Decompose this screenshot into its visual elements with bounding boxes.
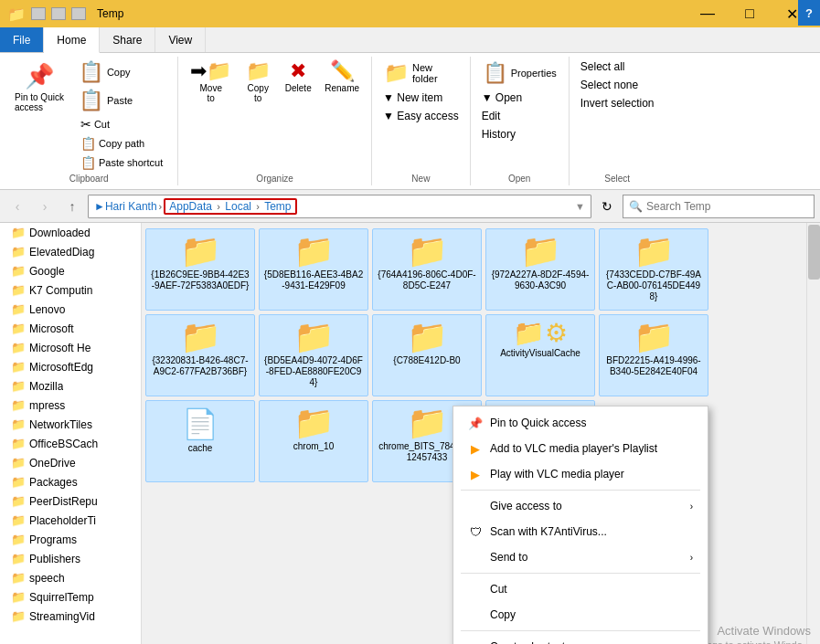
sidebar-item-lenovo[interactable]: 📁 Lenovo — [0, 300, 141, 319]
sidebar-item-mozilla[interactable]: 📁 Mozilla — [0, 376, 141, 396]
ctx-vlc-play[interactable]: ▶ Play with VLC media player — [453, 461, 708, 487]
new-folder-button[interactable]: 📁 Newfolder — [379, 58, 442, 88]
scroll-thumb[interactable] — [808, 225, 820, 280]
paste-button[interactable]: 📋 Paste — [73, 87, 170, 114]
sidebar-item-downloaded[interactable]: 📁 Downloaded — [0, 223, 141, 242]
sidebar-item-k7[interactable]: 📁 K7 Computin — [0, 280, 141, 300]
help-button[interactable]: ? — [798, 0, 820, 26]
ctx-vlc-playlist[interactable]: ▶ Add to VLC media player's Playlist — [453, 436, 708, 461]
sidebar-item-peerdistrepu[interactable]: 📁 PeerDistRepu — [0, 491, 141, 511]
sidebar-item-onedrive[interactable]: 📁 OneDrive — [0, 453, 141, 472]
sidebar-item-speech[interactable]: 📁 speech — [0, 568, 141, 587]
path-local[interactable]: Local — [225, 200, 251, 213]
back-button[interactable]: ‹ — [5, 195, 29, 218]
open-group: 📋 Properties ▼ Open Edit History Open — [471, 57, 570, 185]
pin-to-quick-access-button[interactable]: 📌 Pin to Quickaccess — [7, 58, 71, 116]
folder-icon: 📁 — [7, 5, 26, 23]
file-item-11[interactable]: 📁 chrom_10 — [259, 400, 368, 482]
folder-icon: 📁 — [11, 302, 26, 316]
move-to-button[interactable]: ➡📁 Moveto — [186, 58, 236, 106]
shortcut-icon — [468, 639, 483, 644]
forward-button[interactable]: › — [33, 195, 57, 218]
invert-selection-button[interactable]: Invert selection — [577, 95, 658, 111]
open-button[interactable]: ▼ Open — [478, 90, 527, 106]
tab-home[interactable]: Home — [44, 27, 100, 53]
sidebar-item-programs[interactable]: 📁 Programs — [0, 530, 141, 549]
file-item-10[interactable]: 📄 cache — [145, 400, 255, 482]
up-button[interactable]: ↑ — [60, 195, 84, 218]
file-item-0[interactable]: 📁 {1B26C9EE-9BB4-42E3-9AEF-72F5383A0EDF} — [145, 228, 255, 311]
rename-button[interactable]: ✏️ Rename — [320, 58, 364, 96]
file-item-4[interactable]: 📁 {7433CEDD-C7BF-49AC-AB00-076145DE4498} — [599, 228, 708, 311]
file-item-3[interactable]: 📁 {972A227A-8D2F-4594-9630-A3C90 — [485, 228, 595, 311]
properties-button[interactable]: 📋 Properties — [478, 58, 561, 88]
file-item-7[interactable]: 📁 {C788E412D-B0 — [372, 314, 482, 396]
sidebar-item-mpress[interactable]: 📁 mpress — [0, 396, 141, 415]
delete-button[interactable]: ✖ Delete — [280, 58, 316, 96]
sidebar-item-label: Packages — [29, 476, 78, 489]
path-appdata[interactable]: AppData — [169, 200, 212, 213]
sidebar-item-placeholder[interactable]: 📁 PlaceholderTi — [0, 511, 141, 530]
minimize-button[interactable]: — — [687, 0, 729, 27]
ctx-send-to[interactable]: Send to › — [453, 544, 708, 570]
refresh-button[interactable]: ↻ — [595, 195, 619, 218]
tab-share[interactable]: Share — [100, 27, 155, 52]
new-item-button[interactable]: ▼ New item — [379, 90, 446, 106]
paste-label: Paste — [107, 95, 133, 106]
sidebar-item-networktiles[interactable]: 📁 NetworkTiles — [0, 415, 141, 434]
sidebar-item-microsoftedge[interactable]: 📁 MicrosoftEdg — [0, 357, 141, 376]
search-box[interactable]: 🔍 — [623, 195, 815, 218]
ctx-copy[interactable]: Copy — [453, 602, 708, 628]
select-none-button[interactable]: Select none — [577, 77, 642, 93]
history-button[interactable]: History — [478, 126, 519, 143]
edit-button[interactable]: Edit — [478, 108, 505, 124]
address-path[interactable]: ► Hari Kanth › AppData › Local › Temp ▼ — [88, 195, 591, 218]
ctx-pin[interactable]: 📌 Pin to Quick access — [453, 410, 708, 436]
file-item-2[interactable]: 📁 {764A4196-806C-4D0F-8D5C-E247 — [372, 228, 482, 311]
vertical-scrollbar[interactable] — [806, 223, 820, 644]
sidebar-item-google[interactable]: 📁 Google — [0, 261, 141, 280]
file-item-8[interactable]: 📁⚙ ActivityVisualCache — [485, 314, 595, 396]
copy-to-button[interactable]: 📁 Copyto — [240, 58, 276, 106]
select-all-button[interactable]: Select all — [577, 58, 629, 75]
sidebar-item-microsoft-he[interactable]: 📁 Microsoft He — [0, 338, 141, 357]
tab-view[interactable]: View — [155, 27, 206, 52]
sidebar-item-streamingvid[interactable]: 📁 StreamingVid — [0, 607, 141, 626]
folder-icon: 📁 — [11, 494, 26, 508]
copy-path-button[interactable]: 📋Copy path — [77, 134, 166, 153]
ctx-scan[interactable]: 🛡 Scan with K7AntiVirus... — [453, 519, 708, 544]
maximize-button[interactable]: □ — [729, 0, 771, 27]
ctx-give-access[interactable]: Give access to › — [453, 493, 708, 519]
path-root[interactable]: ► — [94, 200, 105, 213]
path-temp[interactable]: Temp — [264, 200, 291, 213]
properties-icon: 📋 — [483, 61, 507, 85]
folder-icon: 📁 — [11, 379, 26, 393]
sidebar-item-packages[interactable]: 📁 Packages — [0, 472, 141, 491]
sidebar-item-microsoft[interactable]: 📁 Microsoft — [0, 319, 141, 338]
file-item-9[interactable]: 📁 BFD22215-A419-4996-B340-5E2842E40F04 — [599, 314, 708, 396]
search-input[interactable] — [646, 200, 808, 213]
copy-button[interactable]: 📋 Copy — [73, 58, 170, 86]
file-name: {C788E412D-B0 — [393, 355, 460, 366]
sidebar-item-label: OneDrive — [29, 457, 76, 470]
tab-file[interactable]: File — [0, 27, 44, 52]
ctx-vlc-playlist-label: Add to VLC media player's Playlist — [490, 442, 657, 455]
sidebar-item-label: NetworkTiles — [29, 418, 92, 431]
access-icon — [468, 499, 483, 513]
file-item-6[interactable]: 📁 {BD5EA4D9-4072-4D6F-8FED-AE8880FE20C94… — [259, 314, 368, 396]
sidebar-item-elevated[interactable]: 📁 ElevatedDiag — [0, 242, 141, 261]
ctx-cut[interactable]: Cut — [453, 576, 708, 602]
sidebar-item-officebscach[interactable]: 📁 OfficeBSCach — [0, 434, 141, 453]
easy-access-button[interactable]: ▼ Easy access — [379, 108, 463, 124]
file-item-1[interactable]: 📁 {5D8EB116-AEE3-4BA2-9431-E429F09 — [259, 228, 368, 311]
select-buttons: Select all Select none Invert selection — [577, 58, 658, 172]
easy-access-label: ▼ Easy access — [383, 110, 459, 122]
sidebar-item-publishers[interactable]: 📁 Publishers — [0, 549, 141, 568]
file-item-5[interactable]: 📁 {32320831-B426-48C7-A9C2-677FA2B736BF} — [145, 314, 255, 396]
folder-icon: 📁 — [293, 235, 335, 268]
path-user[interactable]: Hari Kanth — [105, 200, 157, 213]
cut-button[interactable]: ✂Cut — [77, 115, 166, 133]
paste-shortcut-button[interactable]: 📋Paste shortcut — [77, 153, 166, 172]
ctx-create-shortcut[interactable]: Create shortcut — [453, 634, 708, 644]
sidebar-item-squirreltemp[interactable]: 📁 SquirrelTemp — [0, 587, 141, 607]
